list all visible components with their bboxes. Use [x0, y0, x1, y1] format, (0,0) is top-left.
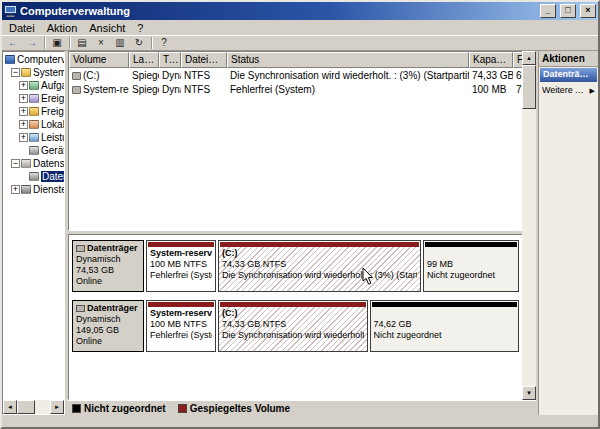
expand-icon[interactable]	[19, 81, 28, 90]
actions-pane: Aktionen Datenträgerverwaltung Weitere A…	[538, 51, 598, 415]
partition-system-reserviert[interactable]: System-reserviert 100 MB NTFS Fehlerfrei…	[146, 240, 216, 292]
computer-icon	[5, 55, 15, 64]
disk-info-datentraeger-1[interactable]: Datenträger 1 Dynamisch 149,05 GB Online	[72, 300, 144, 352]
show-console-tree-icon[interactable]: ▣	[48, 36, 66, 50]
typ-cell: Dynamisch	[159, 84, 181, 95]
volume-list: Volume Layout Typ Dateisystem Status Kap…	[68, 51, 536, 231]
toolbar-separator	[69, 37, 70, 49]
partition-unallocated[interactable]: 74,62 GB Nicht zugeordnet	[370, 300, 519, 352]
partition-system-reserviert[interactable]: System-reserviert 100 MB NTFS Fehlerfrei…	[146, 300, 216, 352]
close-button[interactable]: ×	[580, 4, 596, 18]
event-viewer-icon	[29, 94, 39, 103]
computer-management-window: Computerverwaltung _ □ × Datei Aktion An…	[0, 0, 600, 429]
more-actions-arrow-icon	[590, 85, 595, 95]
column-header-kapazitaet[interactable]: Kapazität	[469, 52, 513, 68]
export-list-icon[interactable]: ▤	[73, 36, 91, 50]
delete-icon[interactable]: ×	[92, 36, 110, 50]
scrollbar-track[interactable]	[522, 65, 536, 386]
scroll-right-icon[interactable]	[50, 400, 64, 414]
disk-row-0: Datenträger 0 Dynamisch 74,53 GB Online …	[72, 240, 519, 292]
dateisystem-cell: NTFS	[181, 70, 227, 81]
tree-item-geraete-manager[interactable]: Geräte-Manager	[3, 144, 64, 157]
back-icon[interactable]: ←	[4, 36, 22, 50]
volume-row-system-reserviert[interactable]: System-reserviert Spiegelung Dynamisch N…	[69, 82, 535, 96]
column-header-typ[interactable]: Typ	[159, 52, 181, 68]
column-header-layout[interactable]: Layout	[129, 52, 159, 68]
tree-item-dienste-und-anwendungen[interactable]: Dienste und Anwendungen	[3, 183, 64, 196]
tree-horizontal-scrollbar[interactable]	[3, 400, 64, 414]
maximize-button[interactable]: □	[560, 4, 576, 18]
column-header-volume[interactable]: Volume	[69, 52, 129, 68]
column-header-status[interactable]: Status	[227, 52, 469, 68]
minimize-button[interactable]: _	[540, 4, 556, 18]
local-users-icon	[29, 120, 39, 129]
more-actions[interactable]: Weitere Aktionen	[539, 83, 598, 97]
scrollbar-track[interactable]	[17, 400, 50, 414]
disk-type: Dynamisch	[76, 314, 140, 325]
tree-item-aufgabenplanung[interactable]: Aufgabenplanung	[3, 79, 64, 92]
disk-size: 74,53 GB	[76, 265, 140, 276]
partition-c[interactable]: (C:) 74,33 GB NTFS Die Synchronisation w…	[218, 300, 367, 352]
properties-icon[interactable]: ▥	[111, 36, 129, 50]
menu-aktion[interactable]: Aktion	[41, 21, 84, 35]
tree-item-leistung[interactable]: Leistung	[3, 131, 64, 144]
folder-icon	[21, 68, 31, 77]
tree-item-freigegebene-ordner[interactable]: Freigegebene Ordner	[3, 105, 64, 118]
scrollbar-thumb[interactable]	[522, 65, 536, 109]
volume-name: System-reserviert	[83, 84, 129, 95]
legend-label: Nicht zugeordnet	[84, 403, 166, 414]
actions-section-datentraegerverwaltung[interactable]: Datenträgerverwaltung	[540, 68, 597, 82]
disk-info-datentraeger-0[interactable]: Datenträger 0 Dynamisch 74,53 GB Online	[72, 240, 144, 292]
toolbar: ← → ▣ ▤ × ▥ ↻ ?	[2, 35, 598, 51]
collapse-icon[interactable]	[11, 159, 20, 168]
menu-ansicht[interactable]: Ansicht	[83, 21, 131, 35]
volume-name-cell: (C:)	[69, 70, 129, 81]
tree-item-label: System	[33, 67, 64, 78]
expand-icon[interactable]	[19, 94, 28, 103]
expand-icon[interactable]	[11, 185, 20, 194]
dateisystem-cell: NTFS	[181, 84, 227, 95]
partition-size: 100 MB NTFS	[150, 319, 212, 330]
partition-unallocated[interactable]: 99 MB Nicht zugeordnet	[423, 240, 519, 292]
vertical-scrollbar[interactable]	[522, 51, 536, 400]
disk-partitions: System-reserviert 100 MB NTFS Fehlerfrei…	[146, 240, 519, 292]
volume-icon	[72, 72, 81, 80]
help-icon[interactable]: ?	[155, 36, 173, 50]
partition-title: (C:)	[222, 248, 417, 259]
disk-name: Datenträger 1	[87, 303, 140, 314]
tree-item-system[interactable]: System	[3, 66, 64, 79]
tree-item-datentraegerverwaltung[interactable]: Datenträgerverwaltung	[3, 170, 64, 183]
partition-title: (C:)	[222, 308, 363, 319]
expand-icon[interactable]	[19, 133, 28, 142]
volume-row-c[interactable]: (C:) Spiegelung Dynamisch NTFS Die Synch…	[69, 68, 535, 82]
tree-item-ereignisanzeige[interactable]: Ereignisanzeige	[3, 92, 64, 105]
menu-datei[interactable]: Datei	[3, 21, 41, 35]
expand-icon[interactable]	[19, 107, 28, 116]
tree-item-computerverwaltung[interactable]: Computerverwaltung (Lokal)	[3, 53, 64, 66]
forward-icon[interactable]: →	[23, 36, 41, 50]
partition-size: 100 MB NTFS	[150, 259, 212, 270]
refresh-icon[interactable]: ↻	[130, 36, 148, 50]
column-header-dateisystem[interactable]: Dateisystem	[181, 52, 227, 68]
toolbar-separator	[44, 37, 45, 49]
collapse-icon[interactable]	[11, 68, 20, 77]
task-scheduler-icon	[29, 81, 39, 90]
partition-c[interactable]: (C:) 74,33 GB NTFS Die Synchronisation w…	[218, 240, 421, 292]
scroll-down-icon[interactable]	[522, 386, 536, 400]
expand-icon[interactable]	[19, 120, 28, 129]
tree-item-lokale-benutzer[interactable]: Lokale Benutzer und Gruppen	[3, 118, 64, 131]
menu-help[interactable]: ?	[131, 21, 149, 35]
tree-item-datenspeicher[interactable]: Datenspeicher	[3, 157, 64, 170]
scrollbar-thumb[interactable]	[17, 400, 35, 414]
partition-size: 74,33 GB NTFS	[222, 319, 363, 330]
partition-title	[374, 308, 515, 319]
disk-status: Online	[76, 336, 140, 347]
disk-management-view: Volume Layout Typ Dateisystem Status Kap…	[68, 51, 536, 415]
console-tree: Computerverwaltung (Lokal) System Aufgab…	[3, 52, 64, 400]
legend-item-unallocated: Nicht zugeordnet	[72, 403, 166, 414]
scroll-left-icon[interactable]	[3, 400, 17, 414]
tree-item-label: Computerverwaltung (Lokal)	[17, 54, 64, 65]
scroll-up-icon[interactable]	[522, 51, 536, 65]
disk-icon	[76, 245, 85, 252]
partition-status: Fehlerfrei (System)	[150, 270, 212, 281]
